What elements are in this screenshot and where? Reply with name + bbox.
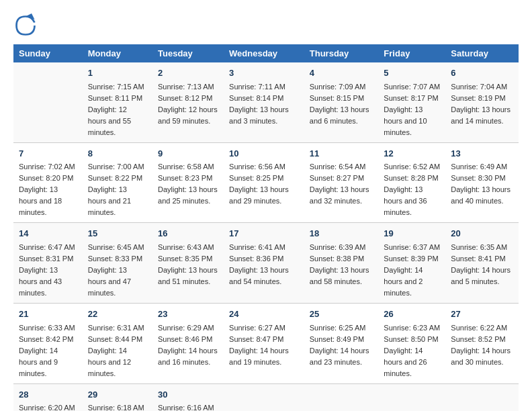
day-info: Sunrise: 7:07 AMSunset: 8:17 PMDaylight:…	[384, 81, 440, 138]
calendar-cell: 4Sunrise: 7:09 AMSunset: 8:15 PMDaylight…	[304, 62, 379, 142]
day-number: 4	[310, 66, 373, 80]
calendar-cell: 1Sunrise: 7:15 AMSunset: 8:11 PMDaylight…	[83, 62, 152, 142]
calendar-week-row: 1Sunrise: 7:15 AMSunset: 8:11 PMDaylight…	[13, 62, 519, 142]
calendar-header-row: SundayMondayTuesdayWednesdayThursdayFrid…	[13, 44, 519, 62]
calendar-cell: 2Sunrise: 7:13 AMSunset: 8:12 PMDaylight…	[152, 62, 224, 142]
day-info: Sunrise: 6:58 AMSunset: 8:23 PMDaylight:…	[158, 161, 218, 207]
logo	[13, 13, 40, 38]
calendar-table: SundayMondayTuesdayWednesdayThursdayFrid…	[13, 44, 519, 411]
page-header	[13, 13, 519, 38]
day-number: 21	[19, 308, 77, 321]
column-header-friday: Friday	[378, 44, 445, 62]
calendar-cell: 6Sunrise: 7:04 AMSunset: 8:19 PMDaylight…	[445, 62, 519, 142]
day-info: Sunrise: 6:20 AMSunset: 8:53 PMDaylight:…	[19, 402, 77, 411]
day-info: Sunrise: 6:41 AMSunset: 8:36 PMDaylight:…	[229, 242, 299, 287]
column-header-monday: Monday	[83, 44, 152, 62]
calendar-cell: 9Sunrise: 6:58 AMSunset: 8:23 PMDaylight…	[152, 142, 224, 223]
day-number: 11	[310, 147, 373, 161]
calendar-week-row: 21Sunrise: 6:33 AMSunset: 8:42 PMDayligh…	[13, 304, 519, 384]
day-number: 22	[88, 308, 147, 321]
day-info: Sunrise: 7:04 AMSunset: 8:19 PMDaylight:…	[451, 81, 513, 127]
day-info: Sunrise: 6:18 AMSunset: 8:55 PMDaylight:…	[88, 402, 147, 411]
calendar-cell	[224, 383, 304, 411]
day-number: 12	[384, 147, 440, 161]
day-info: Sunrise: 6:23 AMSunset: 8:50 PMDaylight:…	[384, 322, 440, 379]
day-info: Sunrise: 6:52 AMSunset: 8:28 PMDaylight:…	[384, 161, 440, 218]
day-number: 19	[384, 227, 440, 240]
column-header-thursday: Thursday	[304, 44, 379, 62]
day-number: 18	[310, 227, 373, 240]
day-info: Sunrise: 6:35 AMSunset: 8:41 PMDaylight:…	[451, 242, 513, 287]
day-number: 2	[158, 66, 218, 80]
calendar-cell: 22Sunrise: 6:31 AMSunset: 8:44 PMDayligh…	[83, 304, 152, 384]
day-number: 27	[451, 308, 513, 321]
day-number: 14	[19, 227, 77, 240]
calendar-week-row: 7Sunrise: 7:02 AMSunset: 8:20 PMDaylight…	[13, 142, 519, 223]
day-number: 7	[19, 147, 77, 161]
day-number: 20	[451, 227, 513, 240]
calendar-cell	[304, 383, 379, 411]
day-info: Sunrise: 6:27 AMSunset: 8:47 PMDaylight:…	[229, 322, 299, 368]
day-info: Sunrise: 6:33 AMSunset: 8:42 PMDaylight:…	[19, 322, 77, 379]
calendar-cell: 13Sunrise: 6:49 AMSunset: 8:30 PMDayligh…	[445, 142, 519, 223]
day-info: Sunrise: 7:11 AMSunset: 8:14 PMDaylight:…	[229, 81, 299, 127]
calendar-cell: 19Sunrise: 6:37 AMSunset: 8:39 PMDayligh…	[378, 223, 445, 304]
calendar-cell	[378, 383, 445, 411]
calendar-cell: 25Sunrise: 6:25 AMSunset: 8:49 PMDayligh…	[304, 304, 379, 384]
day-number: 15	[88, 227, 147, 240]
day-info: Sunrise: 7:15 AMSunset: 8:11 PMDaylight:…	[88, 81, 147, 138]
calendar-week-row: 14Sunrise: 6:47 AMSunset: 8:31 PMDayligh…	[13, 223, 519, 304]
day-number: 1	[88, 66, 147, 80]
calendar-cell: 8Sunrise: 7:00 AMSunset: 8:22 PMDaylight…	[83, 142, 152, 223]
day-info: Sunrise: 6:29 AMSunset: 8:46 PMDaylight:…	[158, 322, 218, 368]
day-number: 26	[384, 308, 440, 321]
calendar-cell: 14Sunrise: 6:47 AMSunset: 8:31 PMDayligh…	[13, 223, 83, 304]
day-info: Sunrise: 6:31 AMSunset: 8:44 PMDaylight:…	[88, 322, 147, 379]
day-number: 5	[384, 66, 440, 80]
day-info: Sunrise: 7:13 AMSunset: 8:12 PMDaylight:…	[158, 81, 218, 127]
column-header-wednesday: Wednesday	[224, 44, 304, 62]
calendar-cell: 12Sunrise: 6:52 AMSunset: 8:28 PMDayligh…	[378, 142, 445, 223]
day-number: 23	[158, 308, 218, 321]
day-info: Sunrise: 6:16 AMSunset: 8:57 PMDaylight:…	[158, 402, 218, 411]
calendar-cell: 24Sunrise: 6:27 AMSunset: 8:47 PMDayligh…	[224, 304, 304, 384]
day-info: Sunrise: 6:54 AMSunset: 8:27 PMDaylight:…	[310, 161, 373, 207]
calendar-cell: 26Sunrise: 6:23 AMSunset: 8:50 PMDayligh…	[378, 304, 445, 384]
column-header-tuesday: Tuesday	[152, 44, 224, 62]
day-info: Sunrise: 6:49 AMSunset: 8:30 PMDaylight:…	[451, 161, 513, 207]
day-number: 8	[88, 147, 147, 161]
calendar-cell: 29Sunrise: 6:18 AMSunset: 8:55 PMDayligh…	[83, 383, 152, 411]
day-number: 13	[451, 147, 513, 161]
day-info: Sunrise: 7:00 AMSunset: 8:22 PMDaylight:…	[88, 161, 147, 218]
calendar-cell: 15Sunrise: 6:45 AMSunset: 8:33 PMDayligh…	[83, 223, 152, 304]
calendar-cell: 18Sunrise: 6:39 AMSunset: 8:38 PMDayligh…	[304, 223, 379, 304]
column-header-sunday: Sunday	[13, 44, 83, 62]
day-info: Sunrise: 7:02 AMSunset: 8:20 PMDaylight:…	[19, 161, 77, 218]
day-number: 17	[229, 227, 299, 240]
day-info: Sunrise: 6:43 AMSunset: 8:35 PMDaylight:…	[158, 242, 218, 287]
calendar-cell: 21Sunrise: 6:33 AMSunset: 8:42 PMDayligh…	[13, 304, 83, 384]
day-info: Sunrise: 6:22 AMSunset: 8:52 PMDaylight:…	[451, 322, 513, 368]
day-number: 3	[229, 66, 299, 80]
day-info: Sunrise: 6:56 AMSunset: 8:25 PMDaylight:…	[229, 161, 299, 207]
day-number: 10	[229, 147, 299, 161]
day-info: Sunrise: 7:09 AMSunset: 8:15 PMDaylight:…	[310, 81, 373, 127]
day-number: 29	[88, 388, 147, 402]
calendar-cell: 23Sunrise: 6:29 AMSunset: 8:46 PMDayligh…	[152, 304, 224, 384]
calendar-cell	[445, 383, 519, 411]
day-info: Sunrise: 6:47 AMSunset: 8:31 PMDaylight:…	[19, 242, 77, 299]
column-header-saturday: Saturday	[445, 44, 519, 62]
day-number: 24	[229, 308, 299, 321]
day-info: Sunrise: 6:37 AMSunset: 8:39 PMDaylight:…	[384, 242, 440, 299]
calendar-cell: 20Sunrise: 6:35 AMSunset: 8:41 PMDayligh…	[445, 223, 519, 304]
calendar-cell: 17Sunrise: 6:41 AMSunset: 8:36 PMDayligh…	[224, 223, 304, 304]
day-number: 25	[310, 308, 373, 321]
calendar-cell: 30Sunrise: 6:16 AMSunset: 8:57 PMDayligh…	[152, 383, 224, 411]
day-number: 6	[451, 66, 513, 80]
day-number: 30	[158, 388, 218, 402]
day-info: Sunrise: 6:45 AMSunset: 8:33 PMDaylight:…	[88, 242, 147, 299]
calendar-cell: 5Sunrise: 7:07 AMSunset: 8:17 PMDaylight…	[378, 62, 445, 142]
day-number: 16	[158, 227, 218, 240]
day-number: 9	[158, 147, 218, 161]
calendar-cell: 7Sunrise: 7:02 AMSunset: 8:20 PMDaylight…	[13, 142, 83, 223]
